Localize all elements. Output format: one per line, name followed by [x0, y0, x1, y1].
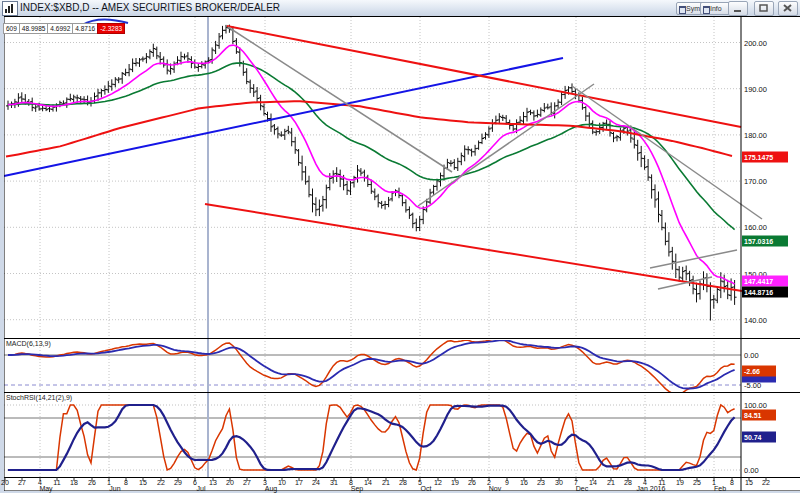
- date-tick-label: 11: [658, 479, 665, 486]
- date-tick-label: 28: [399, 479, 407, 486]
- month-label: May: [39, 485, 52, 492]
- date-tick-label: 30: [555, 479, 563, 486]
- quote-change-box: -2.3283: [97, 23, 125, 34]
- price-axis-label: 200.00: [744, 38, 767, 47]
- date-tick-label: 31: [330, 479, 338, 486]
- macd-marker-box: -2.66: [742, 366, 776, 377]
- stoch-panel-label: StochRSI(14,21(2),9): [6, 394, 72, 401]
- stochrsi-lines: [8, 405, 735, 470]
- date-tick-label: 11: [53, 479, 60, 486]
- date-tick-label: 19: [451, 479, 459, 486]
- date-tick-label: 9: [505, 479, 509, 486]
- quote-value-box: 609: [3, 23, 20, 34]
- month-label: Oct: [421, 485, 432, 492]
- price-axis-label: 180.00: [744, 130, 767, 139]
- date-tick-label: 24: [312, 479, 320, 486]
- price-axis-label: 140.00: [744, 315, 767, 324]
- date-tick-label: 26: [468, 479, 476, 486]
- date-tick-label: 16: [520, 479, 528, 486]
- date-tick-label: 23: [537, 479, 545, 486]
- month-label: Jan 2016: [637, 485, 666, 492]
- price-marker-box: 147.4417: [742, 276, 788, 287]
- date-tick-label: 20: [226, 479, 234, 486]
- date-tick-label: 8: [730, 479, 734, 486]
- stoch-marker-box: 50.74: [742, 432, 776, 443]
- date-tick-label: 22: [762, 479, 770, 486]
- ohlc-bars: [6, 25, 737, 321]
- date-tick-label: 18: [70, 479, 78, 486]
- date-tick-label: 28: [624, 479, 632, 486]
- dec-decline-gray: [572, 86, 762, 219]
- month-label: Sep: [351, 485, 363, 492]
- date-tick-label: 14: [589, 479, 597, 486]
- quote-value-box: 4.6992: [47, 23, 73, 34]
- month-label: Jul: [197, 485, 206, 492]
- quote-value-box: 48.9985: [19, 23, 49, 34]
- month-label: Nov: [489, 485, 501, 492]
- moving-averages: [8, 45, 735, 284]
- date-tick-label: 12: [434, 479, 442, 486]
- date-tick-label: 10: [278, 479, 286, 486]
- price-axis-label: 170.00: [744, 177, 767, 186]
- date-tick-label: 19: [676, 479, 684, 486]
- date-tick-label: 15: [139, 479, 147, 486]
- window-left-frame: [0, 16, 4, 493]
- date-tick-label: 17: [295, 479, 303, 486]
- chart-window: INDEX:$XBD,D -- AMEX SECURITIES BROKER/D…: [0, 0, 800, 493]
- stoch-axis-label: 0.00: [744, 466, 759, 475]
- stoch-axis-label: 100.00: [744, 401, 767, 410]
- macd-axis-label: 0.00: [744, 351, 759, 360]
- date-tick-label: 21: [607, 479, 615, 486]
- price-axis-label: 160.00: [744, 223, 767, 232]
- chart-canvas[interactable]: [0, 0, 800, 493]
- date-tick-label: 29: [174, 479, 182, 486]
- month-label: Feb: [714, 485, 726, 492]
- stoch-marker-box: 84.51: [742, 410, 776, 421]
- date-tick-label: 25: [693, 479, 701, 486]
- date-tick-label: 14: [364, 479, 372, 486]
- date-tick-label: 27: [18, 479, 26, 486]
- month-label: Jun: [109, 485, 120, 492]
- month-label: Dec: [576, 485, 588, 492]
- date-tick-label: 26: [88, 479, 96, 486]
- date-tick-label: 20: [1, 479, 9, 486]
- ohlc-quote-row: 60948.99854.69924.8716-2.3283: [3, 23, 124, 34]
- price-marker-box: 157.0316: [742, 236, 788, 247]
- macd-panel-label: MACD(6,13,9): [6, 340, 51, 347]
- quote-value-box: 4.8716: [72, 23, 98, 34]
- date-tick-label: 22: [157, 479, 165, 486]
- price-marker-box: 144.8716: [742, 287, 788, 298]
- date-tick-label: 15: [745, 479, 753, 486]
- oct-dec-rise-gray: [418, 84, 594, 206]
- price-axis-label: 190.00: [744, 84, 767, 93]
- date-tick-label: 13: [209, 479, 217, 486]
- feb-flag-upper-gray: [650, 250, 737, 268]
- macd-lines: [8, 339, 735, 395]
- price-marker-box: 175.1475: [742, 152, 788, 163]
- date-tick-label: 8: [124, 479, 128, 486]
- date-tick-label: 21: [382, 479, 390, 486]
- date-tick-label: 27: [243, 479, 251, 486]
- month-label: Aug: [265, 485, 277, 492]
